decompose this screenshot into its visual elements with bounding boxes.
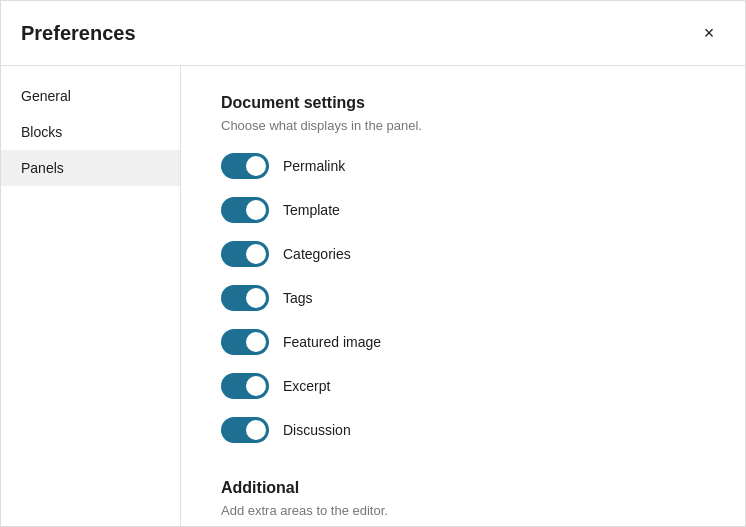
toggle-label-template: Template [283,202,340,218]
toggle-featured-image[interactable] [221,329,269,355]
dialog-title: Preferences [21,22,136,45]
toggle-label-permalink: Permalink [283,158,345,174]
toggle-row-template: Template [221,197,705,223]
sidebar: General Blocks Panels [1,66,181,526]
document-settings-description: Choose what displays in the panel. [221,118,705,133]
additional-description: Add extra areas to the editor. [221,503,705,518]
toggle-template[interactable] [221,197,269,223]
toggle-label-discussion: Discussion [283,422,351,438]
toggle-row-categories: Categories [221,241,705,267]
content-area: Document settings Choose what displays i… [181,66,745,526]
toggle-categories[interactable] [221,241,269,267]
additional-title: Additional [221,479,705,497]
toggle-label-tags: Tags [283,290,313,306]
toggle-row-discussion: Discussion [221,417,705,443]
toggle-row-tags: Tags [221,285,705,311]
toggle-permalink[interactable] [221,153,269,179]
sidebar-item-general[interactable]: General [1,78,180,114]
toggle-label-excerpt: Excerpt [283,378,330,394]
sidebar-item-panels[interactable]: Panels [1,150,180,186]
document-settings-title: Document settings [221,94,705,112]
close-button[interactable]: × [693,17,725,49]
preferences-dialog: Preferences × General Blocks Panels Docu… [0,0,746,527]
toggle-row-permalink: Permalink [221,153,705,179]
document-settings-section: Document settings Choose what displays i… [221,94,705,443]
toggle-tags[interactable] [221,285,269,311]
additional-section: Additional Add extra areas to the editor… [221,479,705,526]
toggle-label-categories: Categories [283,246,351,262]
sidebar-item-blocks[interactable]: Blocks [1,114,180,150]
toggle-row-featured-image: Featured image [221,329,705,355]
toggle-discussion[interactable] [221,417,269,443]
dialog-body: General Blocks Panels Document settings … [1,66,745,526]
toggle-excerpt[interactable] [221,373,269,399]
toggle-row-excerpt: Excerpt [221,373,705,399]
dialog-header: Preferences × [1,1,745,66]
toggle-label-featured-image: Featured image [283,334,381,350]
